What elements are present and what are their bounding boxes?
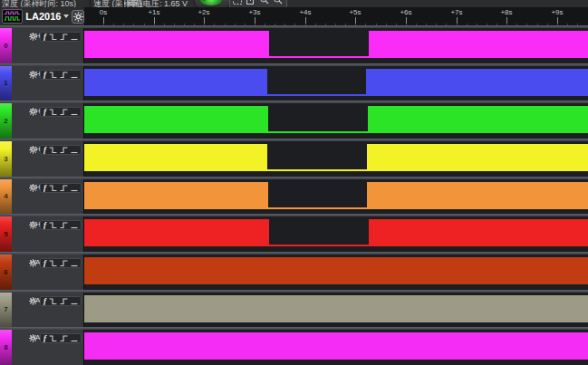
trigger-selector[interactable]: f: [40, 107, 82, 117]
trigger-f-icon[interactable]: f: [43, 221, 46, 229]
channel-settings-gear-icon[interactable]: [29, 259, 37, 267]
low-level-icon[interactable]: [71, 71, 78, 79]
signal-high-segment: [366, 69, 588, 96]
waveform-track[interactable]: [84, 179, 588, 215]
channel-number: 5: [4, 230, 7, 238]
device-settings-button[interactable]: [72, 10, 84, 24]
trigger-f-icon[interactable]: f: [43, 334, 46, 342]
trigger-f-icon[interactable]: f: [43, 146, 46, 154]
waveform-track[interactable]: [84, 255, 588, 290]
channel-label-panel[interactable]: 6 HALL_U f: [0, 255, 84, 290]
waveform-track[interactable]: [84, 28, 588, 63]
falling-edge-icon[interactable]: [49, 146, 57, 154]
channel-color-bar[interactable]: 1: [0, 66, 12, 101]
app-logo-icon: [2, 9, 23, 24]
channel-settings-gear-icon[interactable]: [29, 221, 37, 229]
channel-controls: f: [29, 144, 82, 156]
low-level-icon[interactable]: [71, 259, 78, 267]
channel-label-panel[interactable]: 0 CH1 f: [0, 28, 84, 63]
waveform-track[interactable]: [84, 66, 588, 101]
channel-label-panel[interactable]: 2 CH2 f: [0, 103, 84, 139]
channel-settings-gear-icon[interactable]: [29, 297, 37, 305]
falling-edge-icon[interactable]: [49, 221, 57, 229]
channel-label-panel[interactable]: 1 CH1N f: [0, 66, 84, 101]
channel-color-bar[interactable]: 4: [0, 179, 12, 215]
waveform-track[interactable]: [84, 141, 588, 177]
rising-edge-icon[interactable]: [60, 259, 68, 267]
low-level-icon[interactable]: [71, 184, 78, 192]
falling-edge-icon[interactable]: [49, 334, 57, 342]
trigger-selector[interactable]: f: [40, 296, 82, 306]
trigger-selector[interactable]: f: [40, 32, 82, 42]
trigger-selector[interactable]: f: [40, 183, 82, 193]
zoom-out-icon[interactable]: [273, 0, 284, 5]
channel-label-panel[interactable]: 3 CH2N f: [0, 141, 84, 177]
trigger-f-icon[interactable]: f: [43, 108, 46, 116]
falling-edge-icon[interactable]: [49, 259, 57, 267]
low-level-icon[interactable]: [71, 334, 78, 342]
low-level-icon[interactable]: [71, 297, 78, 305]
trigger-selector[interactable]: f: [40, 220, 82, 230]
waveform-track[interactable]: [84, 293, 588, 328]
rising-edge-icon[interactable]: [60, 71, 68, 79]
selection-box-icon[interactable]: [232, 0, 243, 5]
signal-high-segment: [369, 219, 588, 246]
trigger-selector[interactable]: f: [40, 258, 82, 268]
rising-edge-icon[interactable]: [60, 33, 68, 41]
channel-settings-gear-icon[interactable]: [29, 71, 37, 79]
signal-low-segment: [267, 94, 366, 96]
falling-edge-icon[interactable]: [49, 71, 57, 79]
channel-color-bar[interactable]: 7: [0, 293, 12, 328]
waveform-track[interactable]: [84, 216, 588, 252]
trigger-selector[interactable]: f: [40, 70, 82, 80]
trigger-f-icon[interactable]: f: [43, 259, 46, 267]
trigger-f-icon[interactable]: f: [43, 33, 46, 41]
channel-color-bar[interactable]: 5: [0, 216, 12, 252]
channel-settings-gear-icon[interactable]: [29, 334, 37, 342]
signal-high-segment: [367, 182, 588, 209]
rising-edge-icon[interactable]: [60, 146, 68, 154]
trigger-selector[interactable]: f: [40, 333, 82, 343]
trigger-f-icon[interactable]: f: [43, 184, 46, 192]
channel-color-bar[interactable]: 0: [0, 28, 12, 63]
trigger-selector[interactable]: f: [40, 145, 82, 155]
channel-label-panel[interactable]: 7 HALL_V f: [0, 293, 84, 328]
time-ruler[interactable]: 0s+1s+2s+3s+4s+5s+6s+7s+8s+9s: [84, 7, 588, 25]
channel-color-bar[interactable]: 6: [0, 255, 12, 290]
waveform-track[interactable]: [84, 330, 588, 365]
channel-settings-gear-icon[interactable]: [29, 184, 37, 192]
trigger-f-icon[interactable]: f: [43, 297, 46, 305]
rising-edge-icon[interactable]: [60, 184, 68, 192]
trigger-f-icon[interactable]: f: [43, 71, 46, 79]
falling-edge-icon[interactable]: [49, 297, 57, 305]
falling-edge-icon[interactable]: [49, 33, 57, 41]
channel-settings-gear-icon[interactable]: [29, 33, 37, 41]
chevron-down-icon[interactable]: [63, 14, 69, 18]
channel-color-bar[interactable]: 3: [0, 141, 12, 177]
low-level-icon[interactable]: [71, 221, 78, 229]
zoom-in-icon[interactable]: [259, 0, 270, 5]
device-model-label[interactable]: LA2016: [25, 11, 61, 22]
low-level-icon[interactable]: [71, 146, 78, 154]
falling-edge-icon[interactable]: [49, 184, 57, 192]
rising-edge-icon[interactable]: [60, 297, 68, 305]
channel-settings-gear-icon[interactable]: [29, 108, 37, 116]
rising-edge-icon[interactable]: [60, 108, 68, 116]
low-level-icon[interactable]: [71, 33, 78, 41]
ruler-tick-label: +2s: [198, 8, 209, 16]
channel-label-panel[interactable]: 4 CH3 f: [0, 179, 84, 215]
channel-controls: f: [29, 295, 82, 307]
signal-low-segment: [269, 245, 369, 246]
waveform-track[interactable]: [84, 103, 588, 139]
falling-edge-icon[interactable]: [49, 108, 57, 116]
rising-edge-icon[interactable]: [60, 334, 68, 342]
channel-label-panel[interactable]: 8 HALL_W f: [0, 330, 84, 365]
export-view-icon[interactable]: [246, 0, 256, 5]
channel-label-panel[interactable]: 5 CH3N f: [0, 216, 84, 252]
channel-color-bar[interactable]: 8: [0, 330, 12, 365]
channel-settings-gear-icon[interactable]: [29, 146, 37, 154]
rising-edge-icon[interactable]: [60, 221, 68, 229]
low-level-icon[interactable]: [71, 108, 78, 116]
channel-color-bar[interactable]: 2: [0, 103, 12, 139]
channel-number: 8: [4, 343, 7, 351]
